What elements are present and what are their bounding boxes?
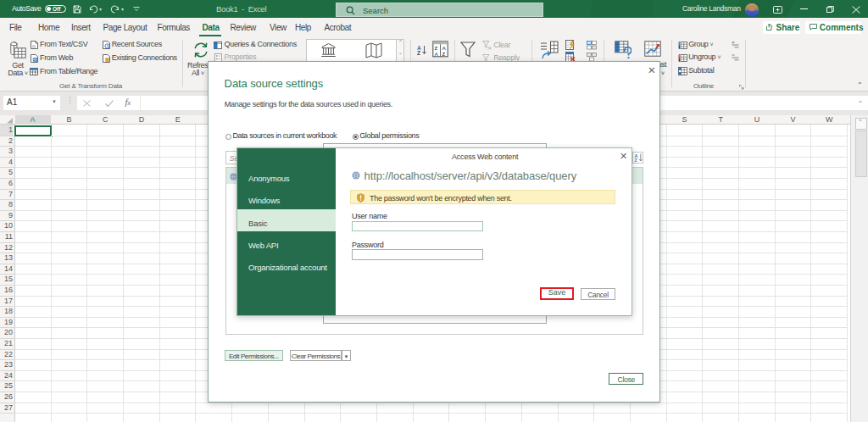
svg-text:Z: Z	[634, 158, 637, 163]
svg-text:A: A	[435, 52, 439, 57]
svg-text:A: A	[442, 46, 446, 51]
svg-text:Z: Z	[442, 52, 445, 57]
svg-text:Z: Z	[435, 46, 438, 51]
svg-text:Z: Z	[417, 50, 420, 55]
